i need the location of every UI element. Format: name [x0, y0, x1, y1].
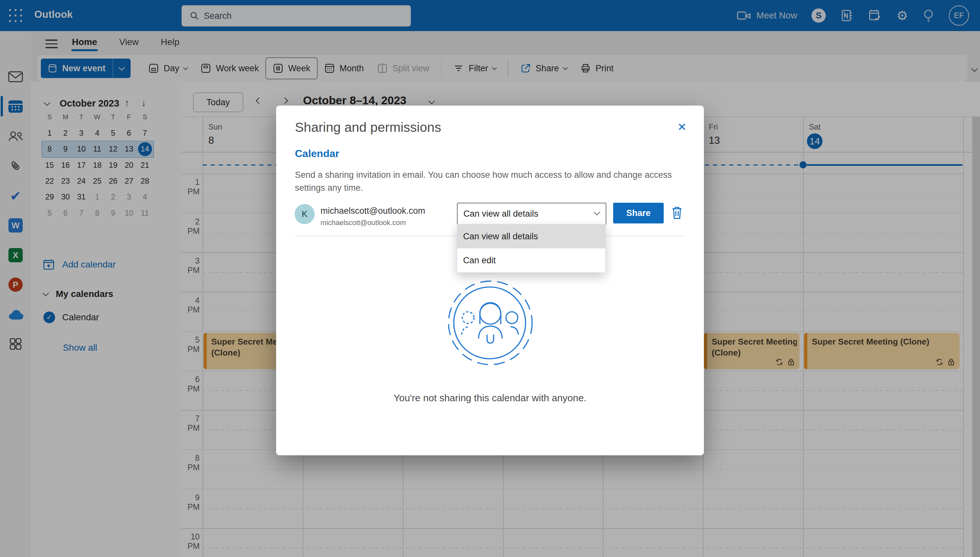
share-button[interactable]: Share — [613, 203, 664, 223]
permission-dropdown[interactable]: Can view all details — [457, 203, 606, 225]
permission-option[interactable]: Can edit — [457, 248, 605, 272]
share-button-label: Share — [626, 208, 650, 218]
person-secondary-email: michaelscott@outlook.com — [320, 218, 406, 227]
dialog-close-icon[interactable]: ✕ — [675, 119, 689, 135]
permission-dropdown-value: Can view all details — [457, 209, 595, 219]
permission-dropdown-menu: Can view all detailsCan edit — [457, 224, 606, 273]
permission-dropdown-chevron-icon — [595, 211, 599, 217]
sharing-permissions-dialog: Sharing and permissions ✕ Calendar Send … — [276, 106, 704, 455]
permission-option[interactable]: Can view all details — [457, 225, 605, 248]
sharing-illustration — [444, 277, 536, 368]
person-primary-email: michaelscott@outlook.com — [320, 206, 425, 216]
outlook-calendar-app: Outlook Search Meet Now S ⚙ E — [0, 0, 980, 557]
dialog-description: Send a sharing invitation in email. You … — [295, 168, 679, 194]
person-avatar-initial: K — [302, 209, 307, 219]
person-avatar: K — [295, 204, 315, 224]
dialog-section-heading: Calendar — [295, 148, 339, 160]
delete-person-trash-icon[interactable] — [670, 205, 684, 220]
dialog-title: Sharing and permissions — [295, 120, 441, 135]
empty-state-text: You're not sharing this calendar with an… — [276, 393, 704, 404]
